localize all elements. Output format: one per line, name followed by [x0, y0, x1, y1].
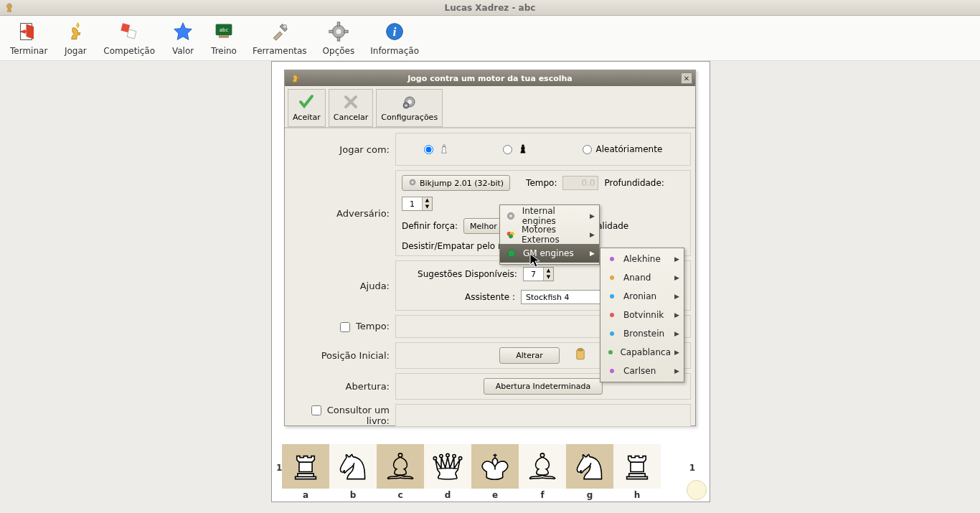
svg-point-34 — [610, 257, 614, 261]
black-pawn-icon — [517, 140, 529, 159]
file-label: d — [424, 490, 471, 500]
radio-random-label: Aleatóriamente — [596, 144, 663, 154]
gm-icon — [506, 248, 517, 259]
svg-point-37 — [610, 313, 614, 317]
menu-item-external[interactable]: Motores Externos ▶ — [500, 225, 599, 244]
svg-rect-9 — [337, 22, 340, 26]
menu-item-label: Capablanca — [620, 347, 671, 357]
hints-spinner[interactable]: 7 ▲▼ — [523, 267, 554, 281]
svg-point-35 — [610, 276, 614, 280]
toolbar-label: Opções — [323, 46, 355, 56]
dot-icon — [606, 253, 618, 265]
submenu-bronstein[interactable]: Bronstein▶ — [600, 324, 684, 343]
menu-item-label: Aronian — [623, 291, 656, 301]
svg-point-15 — [433, 457, 436, 460]
cancel-button[interactable]: Cancelar — [329, 89, 374, 127]
svg-point-6 — [283, 24, 286, 28]
toolbar-opcoes[interactable]: Opções — [316, 17, 362, 60]
file-label: b — [329, 490, 377, 500]
depth-spinner[interactable]: 1 ▲▼ — [402, 197, 433, 211]
submenu-anand[interactable]: Anand▶ — [600, 268, 684, 287]
competition-icon — [118, 20, 141, 43]
svg-point-8 — [336, 29, 341, 34]
gm-submenu[interactable]: Alekhine▶ Anand▶ Aronian▶ Botvinnik▶ Bro… — [600, 248, 684, 382]
turn-indicator — [687, 480, 707, 500]
toolbar-terminar[interactable]: Terminar — [3, 17, 55, 60]
menu-item-gm[interactable]: GM engines ▶ — [500, 244, 599, 263]
submenu-carlsen[interactable]: Carlsen▶ — [600, 362, 684, 380]
dot-icon — [606, 272, 618, 283]
dot-icon — [606, 365, 618, 377]
svg-rect-5 — [219, 35, 229, 38]
hints-label: Sugestões Disponíveis: — [418, 269, 517, 279]
book-content — [395, 404, 691, 427]
engine-category-menu[interactable]: Internal engines ▶ Motores Externos ▶ GM… — [499, 204, 600, 265]
info-icon: i — [383, 20, 406, 43]
board-files: a b c d e f g h — [282, 490, 684, 500]
toolbar-informacao[interactable]: i Informação — [363, 17, 426, 60]
radio-random[interactable]: Aleatóriamente — [583, 144, 663, 154]
radio-white[interactable] — [424, 140, 451, 159]
radio-random-input[interactable] — [583, 145, 592, 154]
board-rank-1 — [282, 444, 684, 487]
svg-point-25 — [412, 181, 414, 183]
opening-button[interactable]: Abertura Indeterminada — [484, 378, 603, 395]
check-icon — [297, 93, 316, 111]
dialog-close-button[interactable]: ✕ — [681, 72, 692, 84]
tutor-label: Assistente : — [465, 292, 515, 302]
dialog-titlebar[interactable]: Jogo contra um motor da tua escolha ✕ — [285, 70, 695, 86]
main-toolbar: Terminar Jogar Competição Valor abc Trei… — [0, 16, 980, 61]
menu-item-label: GM engines — [523, 248, 574, 258]
menu-item-label: Anand — [623, 273, 651, 283]
svg-point-23 — [405, 105, 407, 107]
button-label: Aceitar — [293, 113, 321, 122]
book-checkbox[interactable] — [311, 405, 321, 415]
toolbar-label: Competição — [103, 46, 155, 56]
file-label: a — [282, 490, 329, 500]
star-icon — [171, 20, 194, 43]
playas-label: Jogar com: — [289, 144, 395, 155]
time-checkbox[interactable] — [340, 322, 350, 332]
submenu-aronian[interactable]: Aronian▶ — [600, 287, 684, 306]
svg-rect-27 — [578, 349, 583, 351]
file-label: g — [566, 490, 613, 500]
radio-black-input[interactable] — [503, 145, 512, 154]
dot-icon — [606, 328, 618, 339]
accept-button[interactable]: Aceitar — [288, 89, 326, 127]
svg-text:i: i — [393, 24, 397, 39]
svg-text:abc: abc — [220, 27, 229, 33]
cross-icon — [341, 93, 360, 111]
menu-item-internal[interactable]: Internal engines ▶ — [500, 207, 599, 225]
dialog-toolbar: Aceitar Cancelar Configurações — [285, 86, 695, 128]
submenu-capablanca[interactable]: Capablanca▶ — [600, 343, 684, 362]
gear-small-icon — [400, 93, 419, 111]
force-label: Definir força: — [402, 221, 458, 231]
toolbar-competicao[interactable]: Competição — [96, 17, 162, 60]
dot-icon — [606, 291, 618, 302]
depth-label: Profundidade: — [604, 178, 664, 188]
paste-icon[interactable] — [574, 348, 587, 363]
initpos-button[interactable]: Alterar — [499, 347, 559, 364]
toolbar-label: Ferramentas — [253, 46, 307, 56]
radio-black[interactable] — [503, 140, 529, 159]
opening-label: Abertura: — [289, 381, 395, 392]
toolbar-treino[interactable]: abc Treino — [204, 17, 244, 60]
playas-content: Aleatóriamente — [395, 133, 691, 166]
toolbar-jogar[interactable]: Jogar — [56, 17, 95, 60]
radio-white-input[interactable] — [424, 145, 433, 154]
engine-select-button[interactable]: Bikjump 2.01 (32-bit) — [402, 175, 510, 191]
file-label: h — [613, 490, 661, 500]
svg-rect-2 — [127, 29, 136, 39]
submenu-botvinnik[interactable]: Botvinnik▶ — [600, 306, 684, 324]
motor-icon — [506, 229, 516, 240]
toolbar-valor[interactable]: Valor — [164, 17, 202, 60]
tools-icon — [268, 20, 291, 43]
engine-name: Bikjump 2.01 (32-bit) — [420, 179, 504, 188]
exit-icon — [17, 20, 40, 43]
config-button[interactable]: Configurações — [376, 89, 443, 127]
toolbar-label: Informação — [370, 46, 419, 56]
submenu-alekhine[interactable]: Alekhine▶ — [600, 250, 684, 268]
dot-icon — [606, 347, 614, 358]
toolbar-label: Valor — [172, 46, 194, 56]
toolbar-ferramentas[interactable]: Ferramentas — [245, 17, 314, 60]
